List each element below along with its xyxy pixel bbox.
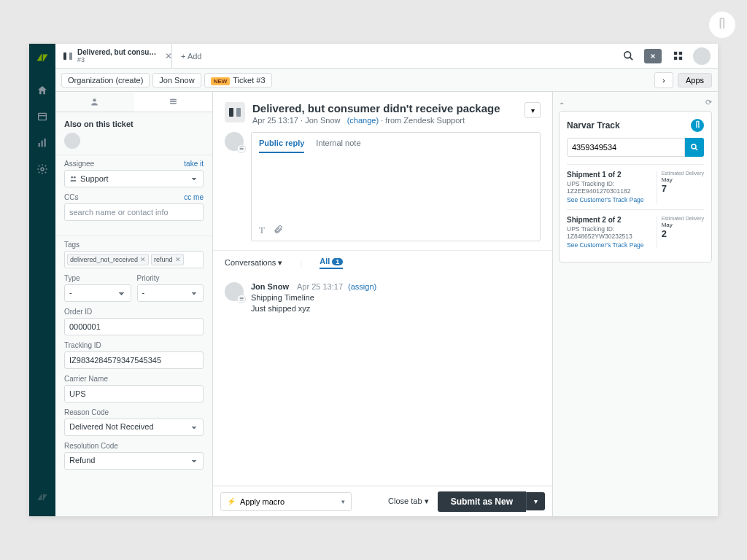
svg-rect-3 (42, 141, 43, 147)
close-icon[interactable]: ✕ (165, 51, 172, 61)
conversation-item: ☰ Jon Snow Apr 25 13:17 (assign) Shippin… (213, 275, 552, 322)
narvar-search-input[interactable] (567, 138, 685, 157)
panel-tab-ticket[interactable] (134, 92, 213, 112)
reply-box[interactable]: Public reply Internal note T (251, 132, 541, 241)
tags-input[interactable]: delivered_not_received✕ refund✕ (64, 251, 204, 268)
apps-icon[interactable] (668, 47, 687, 66)
zendesk-logo[interactable] (34, 50, 50, 66)
next-button[interactable]: › (654, 72, 673, 88)
refresh-icon[interactable]: ⟳ (705, 98, 712, 107)
home-icon[interactable] (29, 77, 55, 104)
track-page-link[interactable]: See Customer's Track Page (567, 241, 652, 249)
est-day: 7 (662, 183, 704, 194)
tag-remove-icon[interactable]: ✕ (140, 256, 146, 263)
svg-rect-2 (39, 143, 40, 147)
center-panel: Delivered, but consumer didn't receive p… (213, 92, 553, 516)
breadcrumb: Organization (create) Jon Snow NEWTicket… (55, 69, 718, 92)
svg-point-12 (93, 98, 96, 101)
reason-select[interactable]: Delivered Not Received (64, 419, 204, 436)
convo-line: Shipping Timeline (251, 292, 376, 303)
breadcrumb-user[interactable]: Jon Snow (152, 73, 201, 88)
user-avatar[interactable] (693, 47, 711, 65)
svg-rect-13 (170, 99, 177, 101)
agent-badge-icon: ☰ (237, 144, 246, 153)
text-format-icon[interactable]: T (259, 225, 265, 236)
also-avatar[interactable] (64, 133, 80, 149)
tag-remove-icon[interactable]: ✕ (175, 256, 181, 263)
admin-icon[interactable] (29, 156, 55, 182)
svg-point-16 (71, 176, 73, 178)
narvar-search-button[interactable] (685, 138, 704, 157)
assign-link[interactable]: (assign) (348, 282, 376, 291)
take-it-link[interactable]: take it (184, 160, 204, 168)
public-reply-tab[interactable]: Public reply (259, 139, 304, 153)
apps-button[interactable]: Apps (678, 73, 712, 88)
track-page-link[interactable]: See Customer's Track Page (567, 196, 652, 203)
svg-point-17 (74, 176, 76, 178)
shipment-tracking: UPS Tracking ID: 1Z848652YW30232513 (567, 225, 652, 240)
ticket-dropdown[interactable]: ▾ (525, 102, 541, 118)
brand-logo: ᥥ (709, 12, 735, 38)
est-label: Estimated Delivery (662, 216, 704, 222)
assignee-select[interactable]: Support (64, 170, 204, 187)
convo-time: Apr 25 13:17 (297, 282, 343, 291)
chat-icon[interactable] (643, 47, 662, 66)
zendesk-bottom-icon[interactable] (29, 484, 55, 510)
priority-select[interactable]: - (137, 284, 204, 302)
svg-line-7 (630, 57, 632, 60)
tags-label: Tags (64, 241, 204, 249)
conversations-dropdown[interactable]: Conversations ▾ (225, 258, 282, 268)
convo-line: Just shipped xyz (251, 303, 376, 314)
also-on-ticket-label: Also on this ticket (64, 120, 204, 128)
shipment-row: Shipment 1 of 2 UPS Tracking ID: 1Z2EE94… (567, 164, 704, 209)
breadcrumb-ticket[interactable]: NEWTicket #3 (204, 73, 272, 88)
user-badge-icon: ☰ (237, 295, 246, 303)
left-panel: Also on this ticket Assigneetake it Supp… (55, 92, 213, 516)
trackingid-input[interactable] (64, 351, 204, 369)
top-bar: Delivered, but consumer ... #3 ✕ + Add (55, 44, 718, 69)
close-tab-button[interactable]: Close tab ▾ (388, 497, 429, 506)
ticket-tab[interactable]: Delivered, but consumer ... #3 ✕ (55, 44, 172, 69)
trackingid-label: Tracking ID (64, 341, 204, 349)
collapse-icon[interactable]: ⌃ (559, 101, 565, 109)
svg-rect-4 (44, 139, 46, 147)
all-tab[interactable]: All1 (320, 257, 343, 269)
orderid-input[interactable] (64, 318, 204, 335)
cc-me-link[interactable]: cc me (184, 193, 204, 201)
panel-tab-user[interactable] (55, 92, 134, 112)
convo-avatar: ☰ (225, 282, 244, 301)
svg-rect-0 (39, 113, 47, 120)
shipment-title: Shipment 1 of 2 (567, 171, 652, 179)
apply-macro-select[interactable]: ⚡Apply macro (220, 492, 352, 511)
est-label: Estimated Delivery (662, 171, 704, 176)
submit-button[interactable]: Submit as New (438, 491, 526, 512)
carrier-input[interactable] (64, 385, 204, 402)
shipment-tracking: UPS Tracking ID: 1Z2EE9401270301182 (567, 180, 652, 195)
est-month: May (662, 176, 704, 183)
change-link[interactable]: (change) (347, 116, 379, 125)
shipment-row: Shipment 2 of 2 UPS Tracking ID: 1Z84865… (567, 209, 704, 254)
resolution-select[interactable]: Refund (64, 452, 204, 470)
add-tab-button[interactable]: + Add (172, 52, 210, 61)
internal-note-tab[interactable]: Internal note (316, 139, 360, 153)
conversations-bar: Conversations ▾ | All1 (213, 250, 552, 275)
reply-avatar: ☰ (225, 132, 244, 151)
search-icon[interactable] (619, 47, 638, 66)
svg-line-19 (695, 148, 697, 150)
est-day: 2 (662, 228, 704, 239)
views-icon[interactable] (29, 104, 55, 130)
svg-point-5 (41, 168, 44, 171)
tag-chip: refund✕ (151, 254, 184, 265)
svg-rect-9 (678, 52, 681, 55)
content-row: Also on this ticket Assigneetake it Supp… (55, 92, 718, 516)
reporting-icon[interactable] (29, 130, 55, 156)
convo-user: Jon Snow (251, 282, 289, 291)
ticket-type-icon (225, 102, 245, 122)
submit-dropdown[interactable]: ▾ (526, 492, 545, 510)
bottom-bar: ⚡Apply macro Close tab ▾ Submit as New ▾ (213, 486, 552, 516)
type-select[interactable]: - (64, 284, 131, 302)
breadcrumb-org[interactable]: Organization (create) (61, 73, 150, 88)
orderid-label: Order ID (64, 308, 204, 316)
ccs-input[interactable] (64, 203, 204, 221)
attachment-icon[interactable] (274, 225, 283, 236)
